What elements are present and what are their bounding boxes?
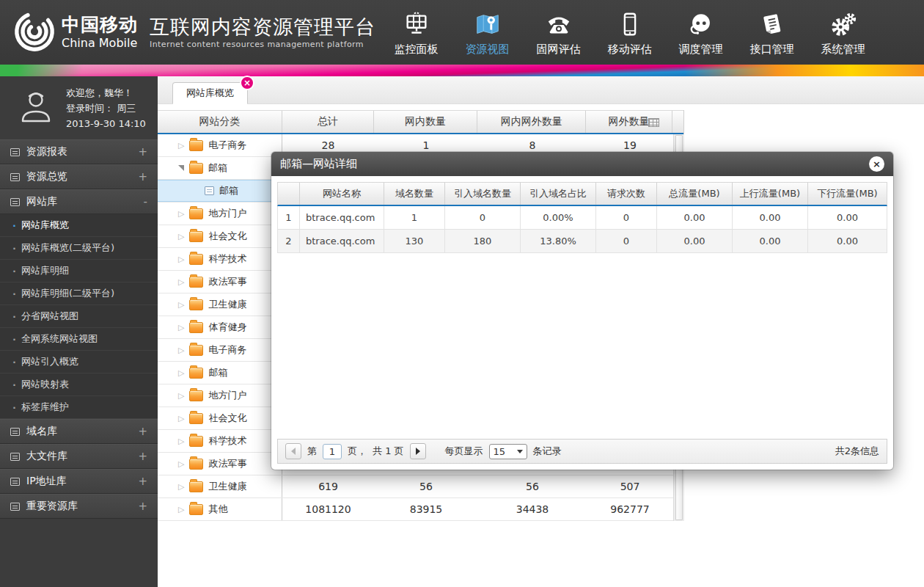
grid-header-cell-4[interactable]: 网内网外数量 <box>477 111 586 133</box>
expand-icon[interactable]: ▷ <box>178 142 184 150</box>
platform-title: 互联网内容资源管理平台 <box>150 15 375 40</box>
grid-header-filler <box>672 111 683 133</box>
plus-icon[interactable]: + <box>138 450 147 463</box>
submenu-item-9[interactable]: ·标签库维护 <box>0 396 158 419</box>
login-label: 登录时间： 周三 <box>66 101 146 116</box>
tree-label: 政法军事 <box>208 275 246 288</box>
expand-icon[interactable]: ▷ <box>178 369 184 377</box>
page-number-input[interactable] <box>323 444 342 459</box>
page-prefix-label: 第 <box>307 445 317 458</box>
expand-icon[interactable]: ▷ <box>178 301 184 309</box>
tree-cell: ▷卫生健康 <box>158 475 282 497</box>
modal-cell: 0.00 <box>657 206 733 229</box>
sidebar-section-1[interactable]: 资源报表+ <box>0 139 158 164</box>
gears-icon <box>807 10 879 40</box>
submenu-item-4[interactable]: ·网站库明细(二级平台) <box>0 282 158 305</box>
tree-label: 邮箱 <box>219 184 238 197</box>
expand-icon[interactable]: ▷ <box>178 437 184 445</box>
table-columns-icon[interactable] <box>648 118 659 127</box>
user-info: 欢迎您，魏华！ 登录时间： 周三 2013-9-30 14:10 <box>0 76 158 139</box>
sidebar-section-3[interactable]: 网站库- <box>0 189 158 214</box>
website-name-cell: btrace.qq.com <box>300 206 384 229</box>
modal-close-button[interactable]: × <box>869 156 884 172</box>
modal-header-cell-5[interactable]: 引入域名占比 <box>521 183 596 205</box>
tree-label: 电子商务 <box>208 139 246 152</box>
section-label: 资源总览 <box>26 170 138 183</box>
tree-row-17[interactable]: ▷其他10811208391534438962777 <box>158 498 673 521</box>
plus-icon[interactable]: + <box>138 145 147 158</box>
expand-icon[interactable]: ▷ <box>178 460 184 468</box>
prev-page-button[interactable] <box>285 443 301 459</box>
expand-icon[interactable]: ▷ <box>178 255 184 263</box>
sidebar-section-5[interactable]: 大文件库+ <box>0 444 158 469</box>
plus-icon[interactable]: + <box>138 500 147 513</box>
plus-icon[interactable]: + <box>138 475 147 488</box>
expand-icon[interactable]: ▷ <box>178 346 184 354</box>
modal-header-cell-1[interactable] <box>278 183 300 205</box>
tree-row-16[interactable]: ▷卫生健康6195656507 <box>158 475 673 498</box>
minus-icon[interactable]: - <box>144 195 147 208</box>
sidebar-section-6[interactable]: IP地址库+ <box>0 469 158 494</box>
nav-item-6[interactable]: 接口管理 <box>736 10 807 56</box>
platform-subtitle: Internet content resources management pl… <box>150 40 375 49</box>
tree-label: 卫生健康 <box>208 298 246 311</box>
nav-item-4[interactable]: 移动评估 <box>594 10 665 56</box>
modal-header-cell-3[interactable]: 域名数量 <box>384 183 445 205</box>
modal-titlebar: 邮箱—网站详细 × <box>271 152 893 176</box>
expand-icon[interactable]: ▷ <box>178 483 184 491</box>
modal-header-cell-9[interactable]: 下行流量(MB) <box>808 183 887 205</box>
expand-icon[interactable]: ▷ <box>178 392 184 400</box>
folder-icon <box>189 413 203 424</box>
value-cell: 619 <box>282 475 374 497</box>
brand-name-en: China Mobile <box>62 36 138 50</box>
collapse-icon[interactable] <box>178 165 184 171</box>
nav-item-7[interactable]: 系统管理 <box>807 10 879 56</box>
bullet-icon: · <box>12 243 16 254</box>
submenu-item-1[interactable]: ·网站库概览 <box>0 214 158 237</box>
tab-close-icon[interactable]: × <box>240 76 254 90</box>
tab-bar: 网站库概览 × <box>158 76 924 104</box>
grid-header-cell-5[interactable]: 网外数量 <box>586 111 672 133</box>
modal-header-cell-7[interactable]: 总流量(MB) <box>657 183 733 205</box>
grid-header-cell-1[interactable]: 网站分类 <box>158 111 282 133</box>
nav-item-3[interactable]: 固网评估 <box>523 10 594 56</box>
submenu-item-8[interactable]: ·网站映射表 <box>0 373 158 396</box>
plus-icon[interactable]: + <box>138 425 147 438</box>
nav-item-5[interactable]: 调度管理 <box>665 10 736 56</box>
tab-website-library-overview[interactable]: 网站库概览 × <box>172 82 248 104</box>
tree-label: 地方门户 <box>208 207 246 220</box>
sidebar-section-4[interactable]: 域名库+ <box>0 419 158 444</box>
tree-label: 卫生健康 <box>208 480 246 493</box>
per-page-select[interactable]: 15 <box>489 444 527 459</box>
expand-icon[interactable]: ▷ <box>178 324 184 332</box>
modal-table-row-2[interactable]: 2btrace.qq.com13018013.80%00.000.000.00 <box>278 230 887 253</box>
nav-item-1[interactable]: 监控面板 <box>381 10 452 56</box>
expand-icon[interactable]: ▷ <box>178 415 184 423</box>
submenu-item-3[interactable]: ·网站库明细 <box>0 260 158 282</box>
submenu-item-7[interactable]: ·网站引入概览 <box>0 351 158 373</box>
submenu-item-5[interactable]: ·分省网站视图 <box>0 305 158 328</box>
submenu-item-6[interactable]: ·全网系统网站视图 <box>0 328 158 351</box>
mailbox-website-detail-modal: 邮箱—网站详细 × 网站名称域名数量引入域名数量引入域名占比请求次数总流量(MB… <box>271 152 893 470</box>
section-label: 大文件库 <box>26 450 138 463</box>
sidebar-section-2[interactable]: 资源总览+ <box>0 164 158 189</box>
modal-header-cell-6[interactable]: 请求次数 <box>596 183 657 205</box>
modal-header-cell-8[interactable]: 上行流量(MB) <box>733 183 808 205</box>
modal-header-cell-4[interactable]: 引入域名数量 <box>445 183 521 205</box>
expand-icon[interactable]: ▷ <box>178 210 184 218</box>
modal-header-cell-2[interactable]: 网站名称 <box>300 183 384 205</box>
grid-header-cell-3[interactable]: 网内数量 <box>374 111 478 133</box>
sidebar-section-7[interactable]: 重要资源库+ <box>0 494 158 519</box>
nav-item-2[interactable]: 资源视图 <box>452 10 523 56</box>
modal-table-row-1[interactable]: 1btrace.qq.com100.00%00.000.000.00 <box>278 206 887 230</box>
expand-icon[interactable]: ▷ <box>178 233 184 241</box>
submenu-item-2[interactable]: ·网站库概览(二级平台) <box>0 237 158 260</box>
next-page-button[interactable] <box>410 443 426 459</box>
folder-icon <box>189 163 203 174</box>
folder-icon <box>189 390 203 401</box>
grid-header-cell-2[interactable]: 总计 <box>282 111 374 133</box>
expand-icon[interactable]: ▷ <box>178 278 184 286</box>
expand-icon[interactable]: ▷ <box>178 506 184 514</box>
tree-label: 科学技术 <box>208 252 246 266</box>
plus-icon[interactable]: + <box>138 170 147 183</box>
